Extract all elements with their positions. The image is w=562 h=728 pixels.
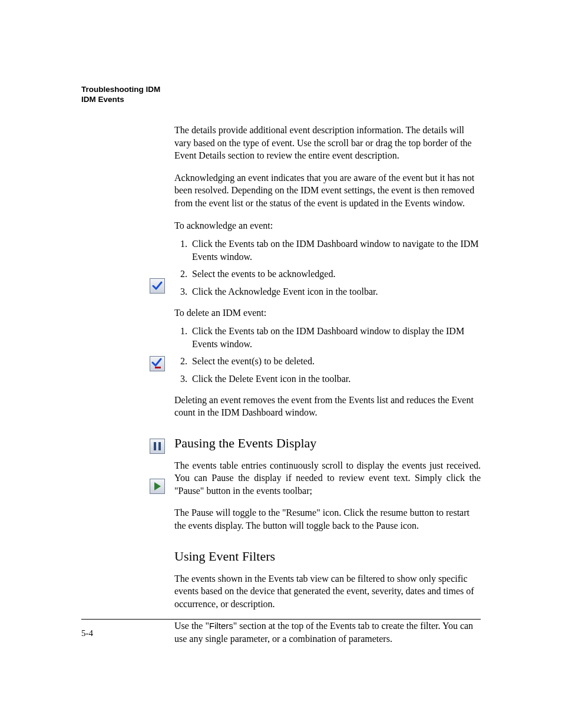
pause-p1: The events table entries continuously sc… — [174, 459, 481, 498]
del-lead: To delete an IDM event: — [174, 307, 481, 319]
pause-icon — [150, 439, 165, 454]
del-step-3: Click the Delete Event icon in the toolb… — [190, 373, 481, 386]
header-line-1: Troubleshooting IDM — [81, 85, 160, 95]
page: Troubleshooting IDM IDM Events — [0, 0, 562, 728]
ack-step-2: Select the events to be acknowledged. — [190, 268, 481, 281]
del-steps: Click the Events tab on the IDM Dashboar… — [174, 325, 481, 385]
ack-step-1: Click the Events tab on the IDM Dashboar… — [190, 238, 481, 263]
paragraph-intro-2: Acknowledging an event indicates that yo… — [174, 172, 481, 210]
del-step-2: Select the event(s) to be deleted. — [190, 355, 481, 368]
filters-p2-pre: Use the " — [174, 621, 209, 631]
filters-p1: The events shown in the Events tab view … — [174, 572, 481, 611]
svg-rect-2 — [158, 442, 161, 450]
footer-rule — [81, 619, 481, 620]
page-number: 5-4 — [81, 628, 93, 638]
heading-pausing: Pausing the Events Display — [174, 436, 481, 451]
del-after: Deleting an event removes the event from… — [174, 394, 481, 419]
filters-p2: Use the "Filters" section at the top of … — [174, 620, 481, 645]
ack-lead: To acknowledge an event: — [174, 219, 481, 232]
checkmark-delete-icon — [150, 356, 165, 371]
pause-p2: The Pause will toggle to the "Resume" ic… — [174, 506, 481, 532]
heading-filters: Using Event Filters — [174, 549, 481, 564]
content-column: The details provide additional event des… — [174, 124, 481, 655]
svg-rect-1 — [154, 442, 156, 450]
del-step-1: Click the Events tab on the IDM Dashboar… — [190, 325, 481, 350]
ack-step-3: Click the Acknowledge Event icon in the … — [190, 285, 481, 298]
play-glyph-icon — [150, 479, 165, 494]
checkmark-icon — [150, 278, 165, 294]
resume-icon — [150, 479, 165, 494]
svg-rect-0 — [155, 367, 161, 368]
paragraph-intro-1: The details provide additional event des… — [174, 124, 481, 162]
running-header: Troubleshooting IDM IDM Events — [81, 85, 160, 105]
pause-glyph-icon — [150, 439, 165, 454]
header-line-2: IDM Events — [81, 95, 160, 105]
filters-word: Filters — [209, 621, 233, 631]
delete-event-icon — [150, 356, 165, 371]
svg-marker-3 — [154, 482, 161, 490]
ack-steps: Click the Events tab on the IDM Dashboar… — [174, 238, 481, 298]
acknowledge-event-icon — [150, 278, 165, 294]
